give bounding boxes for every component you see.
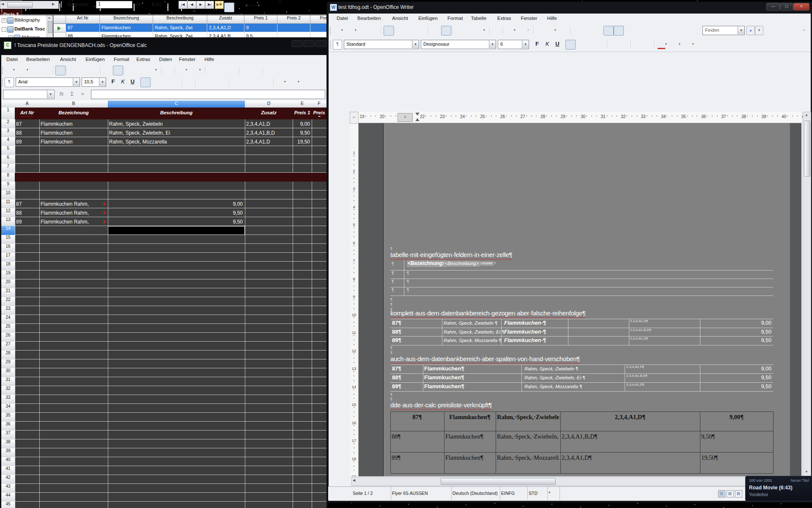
- status-selection-mode[interactable]: STD: [526, 487, 548, 500]
- row-header-40[interactable]: 40: [1, 457, 15, 467]
- next-record-button[interactable]: ▶: [196, 1, 205, 9]
- first-record-button[interactable]: |◀: [178, 1, 187, 9]
- cell-e2[interactable]: 9,00: [294, 121, 310, 127]
- tree-item-datbank-tosc-gengenbach[interactable]: -DatBank Tosc GENGENBACH: [0, 25, 52, 33]
- calc-menu-daten[interactable]: Daten: [156, 55, 175, 65]
- column-header-A[interactable]: A: [15, 101, 40, 108]
- page-layout-icon-1[interactable]: [718, 490, 725, 497]
- row-header-16[interactable]: 16: [1, 244, 15, 253]
- row-header-12[interactable]: 12: [1, 208, 15, 218]
- toolbar-overflow-icon[interactable]: ⌄: [802, 27, 807, 33]
- status-page[interactable]: Seite 1 / 2: [350, 487, 391, 500]
- writer-print-icon[interactable]: [407, 26, 417, 35]
- grid-column-header-art-nr[interactable]: Art Nr: [66, 15, 100, 24]
- find-input-dropdown-icon[interactable]: ▾: [738, 26, 744, 34]
- select-all-corner[interactable]: [1, 101, 15, 108]
- writer-email-icon[interactable]: [370, 26, 379, 35]
- calc-menu-bearbeiten[interactable]: Bearbeiten: [24, 55, 52, 65]
- calc-open-icon[interactable]: ▾: [18, 66, 31, 75]
- record-number-input[interactable]: 1: [96, 1, 132, 8]
- calc-maximize-button[interactable]: [304, 40, 315, 47]
- row-header-44[interactable]: 44: [1, 493, 15, 502]
- row-header-20[interactable]: 20: [1, 279, 15, 289]
- selected-cell-c14[interactable]: [108, 226, 245, 235]
- previous-record-button[interactable]: ◀: [187, 1, 196, 9]
- writer-edit-file-icon[interactable]: [384, 26, 394, 36]
- row-header-28[interactable]: 28: [1, 351, 15, 360]
- calc-fmt-delete-decimal-icon[interactable]: [242, 77, 251, 86]
- cell-b4[interactable]: Flammkuchen: [41, 139, 107, 145]
- row-header-23[interactable]: 23: [1, 306, 15, 315]
- writer-menu-fenster[interactable]: Fenster: [518, 14, 540, 24]
- writer-italic-icon[interactable]: K: [543, 40, 552, 49]
- field-bezeichnung[interactable]: <Bezeichnung>: [407, 260, 446, 267]
- grid-cell[interactable]: Flammkuchen: [102, 25, 152, 31]
- row-header-29[interactable]: 29: [1, 359, 15, 369]
- writer-draw-functions-icon[interactable]: [560, 26, 569, 35]
- calc-undo-icon[interactable]: ▾: [177, 66, 190, 75]
- writer-fmt-align-center-icon[interactable]: [576, 40, 585, 49]
- equals-icon[interactable]: =: [78, 90, 87, 98]
- row-header-21[interactable]: 21: [1, 288, 15, 298]
- new-record-button[interactable]: ▶✱: [215, 1, 224, 9]
- scroll-down-icon[interactable]: ▼: [804, 470, 809, 475]
- calc-fmt-borders-icon[interactable]: ▾: [276, 77, 288, 86]
- row-header-11[interactable]: 11: [1, 199, 15, 209]
- scroll-left-icon[interactable]: ◀: [353, 478, 358, 483]
- maximize-button[interactable]: ▢: [780, 3, 793, 11]
- row-header-34[interactable]: 34: [1, 404, 15, 413]
- calc-fmt-increase-indent-icon[interactable]: [262, 77, 272, 86]
- writer-menu-tabelle[interactable]: Tabelle: [468, 14, 489, 24]
- cell-c2[interactable]: Rahm, Speck, Zwiebeln: [109, 121, 244, 127]
- grid-column-header-preis-2[interactable]: Preis 2: [277, 15, 310, 24]
- writer-fmt-align-left-icon[interactable]: [565, 40, 576, 50]
- row-header-27[interactable]: 27: [1, 342, 15, 351]
- row-header-1[interactable]: 1: [1, 108, 15, 120]
- writer-menu-einfügen[interactable]: Einfügen: [415, 14, 440, 24]
- calc-fmt-number-percent-icon[interactable]: [208, 77, 217, 86]
- writer-open-icon[interactable]: ▾: [346, 26, 359, 35]
- status-modified[interactable]: *: [546, 487, 560, 500]
- cell-e3[interactable]: 9,50: [294, 130, 310, 136]
- field-zusatz[interactable]: <Zusatz: [480, 261, 494, 266]
- cell-a4[interactable]: 89: [16, 139, 38, 145]
- field-beschreibung[interactable]: <Beschreibung>: [444, 261, 480, 267]
- calc-fmt-number-currency-icon[interactable]: [198, 77, 207, 86]
- row-header-14[interactable]: 14: [1, 226, 15, 235]
- row-header-30[interactable]: 30: [1, 368, 15, 378]
- calc-fmt-background-color-icon[interactable]: ▾: [289, 77, 302, 86]
- row-header-2[interactable]: 2: [1, 119, 15, 129]
- row-header-10[interactable]: 10: [1, 190, 15, 200]
- cell-b13[interactable]: Flammkuchen Rahm, Speck,: [41, 219, 104, 225]
- grid-row-selector-header[interactable]: [53, 15, 66, 24]
- close-button[interactable]: ✕: [793, 3, 809, 11]
- row-header-33[interactable]: 33: [1, 395, 15, 404]
- calc-close-button[interactable]: [315, 40, 326, 47]
- calc-fmt-align-justify-icon[interactable]: [171, 77, 180, 86]
- row-header-35[interactable]: 35: [1, 413, 15, 422]
- grid-column-header-bezeichnung[interactable]: Bezeichnung: [100, 15, 153, 24]
- font-name-combo[interactable]: Designosaur▾: [421, 40, 496, 49]
- cell-a12[interactable]: 88: [16, 210, 38, 216]
- minimize-button[interactable]: —: [766, 3, 780, 11]
- writer-find-replace-icon[interactable]: [573, 26, 582, 35]
- first-line-indent-marker[interactable]: [415, 113, 420, 116]
- calc-fmt-merge-cells-icon[interactable]: [184, 77, 194, 86]
- last-record-button[interactable]: ▶|: [205, 1, 214, 9]
- writer-fmt-bullet-list-icon[interactable]: [620, 40, 629, 49]
- row-header-19[interactable]: 19: [1, 271, 15, 280]
- row-header-4[interactable]: 4: [1, 137, 15, 146]
- cell-c11[interactable]: 9,00: [109, 201, 243, 207]
- paragraph-indent-marker[interactable]: [415, 118, 420, 121]
- column-header-F[interactable]: F: [312, 101, 326, 108]
- hscroll-thumb[interactable]: [441, 478, 556, 485]
- expand-icon[interactable]: +: [2, 18, 6, 23]
- writer-autospellcheck-icon[interactable]: [441, 26, 451, 36]
- font-name-combo-dropdown-icon[interactable]: ▾: [489, 40, 496, 48]
- calc-font-size-combo-dropdown-icon[interactable]: ▾: [99, 78, 106, 86]
- writer-fmt-background-color-icon[interactable]: ▾: [684, 40, 697, 49]
- writer-page-preview-icon[interactable]: [417, 26, 427, 35]
- grid-cell[interactable]: Rahm, Speck, Zwi: [155, 25, 206, 31]
- styles-window-icon[interactable]: ¶: [333, 40, 342, 50]
- row-header-25[interactable]: 25: [1, 324, 15, 333]
